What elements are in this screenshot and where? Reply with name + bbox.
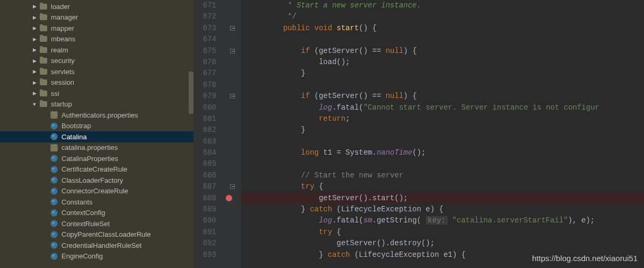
tree-folder[interactable]: ▶security (0, 56, 193, 67)
code-editor[interactable]: 6716726736746756766776786796806816826836… (193, 0, 644, 268)
tree-item-label: mbeans (51, 35, 75, 43)
code-line[interactable]: } catch (LifecycleException e) { (248, 204, 644, 215)
tree-folder[interactable]: ▶mapper (0, 23, 193, 34)
tree-file[interactable]: ▶ContextConfig (0, 208, 193, 219)
code-line[interactable] (248, 158, 644, 169)
java-class-icon (50, 230, 58, 239)
chevron-right-icon[interactable]: ▶ (32, 80, 37, 85)
tree-folder[interactable]: ▶realm (0, 44, 193, 56)
tree-file[interactable]: ▶catalina.properties (0, 142, 193, 154)
code-line[interactable]: getServer().start(); (241, 193, 644, 204)
tree-item-label: Catalina (61, 133, 87, 141)
tree-file[interactable]: ▶Authenticators.properties (0, 110, 193, 121)
tree-file[interactable]: ▶ConnectorCreateRule (0, 186, 193, 197)
code-area[interactable]: * Start a new server instance. */ public… (241, 0, 644, 268)
java-class-icon (50, 209, 58, 217)
java-class-icon (50, 122, 58, 130)
tree-file[interactable]: ▶Catalina (0, 131, 193, 142)
folder-icon (39, 78, 48, 87)
breakpoint-icon[interactable] (226, 195, 232, 201)
tree-item-label: loader (51, 3, 70, 11)
code-line[interactable]: log.fatal("Cannot start server. Server i… (248, 102, 644, 113)
fold-toggle-icon[interactable] (230, 26, 235, 31)
tree-file[interactable]: ▶CatalinaProperties (0, 153, 193, 164)
line-number: 671 (193, 0, 216, 11)
code-line[interactable]: try { (248, 227, 644, 238)
code-line[interactable]: getServer().destroy(); (248, 238, 644, 249)
tree-item-label: EngineConfig (61, 252, 103, 260)
tree-item-label: security (51, 57, 75, 65)
tree-file[interactable]: ▶CopyParentClassLoaderRule (0, 229, 193, 240)
line-number: 680 (193, 102, 216, 113)
line-number: 693 (193, 249, 216, 261)
line-number: 684 (193, 147, 216, 158)
tree-file[interactable]: ▶Bootstrap (0, 121, 193, 132)
tree-file[interactable]: ▶ContextRuleSet (0, 218, 193, 229)
chevron-right-icon[interactable]: ▶ (32, 37, 37, 42)
code-line[interactable]: long t1 = System.nanoTime(); (248, 147, 644, 158)
tree-item-label: CatalinaProperties (61, 155, 118, 163)
tree-item-label: ClassLoaderFactory (61, 176, 123, 184)
tree-folder[interactable]: ▶loader (0, 1, 193, 12)
folder-icon (39, 46, 48, 54)
code-line[interactable] (248, 34, 644, 45)
fold-toggle-icon[interactable] (230, 184, 235, 189)
tree-folder[interactable]: ▼startup (0, 99, 193, 110)
fold-toggle-icon[interactable] (230, 49, 235, 53)
tree-file[interactable]: ▶CredentialHandlerRuleSet (0, 240, 193, 251)
code-line[interactable]: */ (248, 11, 644, 22)
code-line[interactable]: if (getServer() == null) { (248, 46, 644, 57)
tree-item-label: Authenticators.properties (61, 111, 138, 119)
code-line[interactable] (248, 79, 644, 91)
chevron-right-icon[interactable]: ▶ (32, 47, 37, 52)
code-line[interactable]: public void start() { (248, 23, 644, 34)
tree-folder[interactable]: ▶servlets (0, 66, 193, 77)
java-class-icon (50, 176, 58, 184)
tree-file[interactable]: ▶EngineConfig (0, 251, 193, 262)
chevron-right-icon[interactable]: ▶ (32, 4, 37, 9)
tree-folder[interactable]: ▶ssi (0, 88, 193, 99)
line-number: 673 (193, 23, 216, 34)
folder-icon (39, 24, 48, 32)
code-line[interactable]: try { (248, 181, 644, 192)
tree-folder[interactable]: ▶manager (0, 12, 193, 23)
code-line[interactable]: } (248, 124, 644, 136)
fold-toggle-icon[interactable] (230, 94, 235, 99)
java-class-icon (50, 241, 58, 249)
code-line[interactable]: // Start the new server (248, 170, 644, 181)
code-line[interactable]: } catch (LifecycleException e1) { (248, 249, 644, 261)
tree-item-label: ContextRuleSet (61, 220, 110, 228)
code-line[interactable]: load(); (248, 57, 644, 68)
project-sidebar[interactable]: ▶loader▶manager▶mapper▶mbeans▶realm▶secu… (0, 0, 193, 268)
line-number: 690 (193, 215, 216, 226)
tree-file[interactable]: ▶ClassLoaderFactory (0, 175, 193, 186)
folder-icon (39, 89, 48, 97)
tree-folder[interactable]: ▶mbeans (0, 34, 193, 45)
sidebar-scrollbar[interactable] (189, 72, 193, 114)
code-line[interactable]: } (248, 68, 644, 79)
tree-item-label: ssi (51, 90, 59, 97)
java-class-icon (50, 165, 58, 174)
tree-file[interactable]: ▶CertificateCreateRule (0, 164, 193, 175)
tree-folder[interactable]: ▶session (0, 77, 193, 88)
code-line[interactable]: * Start a new server instance. (248, 0, 644, 11)
code-line[interactable] (248, 136, 644, 147)
line-number: 685 (193, 158, 216, 169)
chevron-right-icon[interactable]: ▶ (32, 15, 37, 20)
tree-item-label: mapper (51, 24, 74, 32)
code-line[interactable]: return; (248, 113, 644, 124)
folder-icon (39, 35, 48, 43)
gutter-margin[interactable] (223, 0, 241, 268)
tree-item-label: ConnectorCreateRule (61, 187, 128, 195)
tree-file[interactable]: ▶Constants (0, 196, 193, 208)
code-line[interactable]: if (getServer() == null) { (248, 91, 644, 102)
chevron-right-icon[interactable]: ▶ (32, 91, 37, 96)
java-class-icon (50, 252, 58, 261)
chevron-down-icon[interactable]: ▼ (32, 102, 37, 107)
tree-item-label: session (51, 78, 74, 86)
chevron-right-icon[interactable]: ▶ (32, 25, 37, 31)
tree-item-label: servlets (51, 68, 75, 76)
code-line[interactable]: log.fatal(sm.getString( key: "catalina.s… (248, 215, 644, 226)
chevron-right-icon[interactable]: ▶ (32, 69, 37, 74)
chevron-right-icon[interactable]: ▶ (32, 58, 37, 64)
